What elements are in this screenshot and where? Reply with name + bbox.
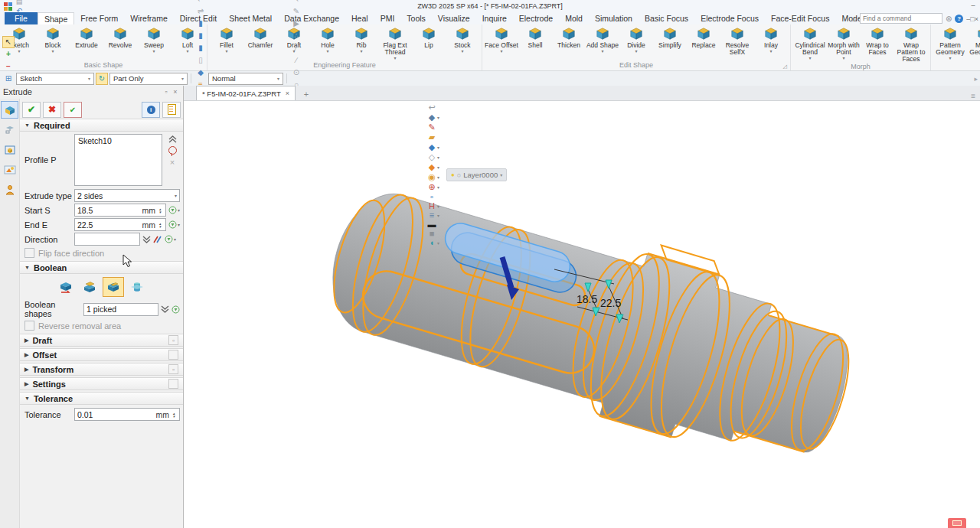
view-tool-icon[interactable]: ⊕ ▾ — [427, 182, 439, 192]
ribbon-tool-button[interactable]: Wrap to Faces — [861, 26, 894, 63]
tolerance-spinner[interactable]: ▴▾ — [171, 412, 177, 418]
boolean-expand-icon[interactable] — [161, 305, 169, 313]
start-s-spinner[interactable]: ▴▾ — [157, 207, 163, 213]
ribbon-tool-button[interactable]: Shell — [518, 26, 552, 56]
ribbon-tool-button[interactable]: Mirror Geometry ▾ — [967, 26, 980, 60]
app-logo-icon[interactable] — [3, 2, 12, 11]
ribbon-tool-button[interactable]: Chamfer — [243, 26, 277, 60]
dim-end-text[interactable]: 22.5 — [600, 297, 621, 309]
ribbon-tool-button[interactable]: Simplify — [653, 26, 687, 56]
view-tool-icon[interactable]: ▬ — [427, 220, 439, 229]
render-mode-combo[interactable]: Normal▾ — [208, 73, 283, 85]
ribbon-tool-button[interactable]: Flag Ext Thread ▾ — [378, 26, 412, 60]
ribbon-tool-button[interactable]: Lip — [412, 26, 446, 60]
rail-person-icon[interactable] — [1, 181, 18, 198]
menu-tab[interactable]: Tools — [400, 12, 432, 24]
shaft-silhouette[interactable] — [313, 168, 865, 481]
menu-tab[interactable]: Sheet Metal — [223, 12, 278, 24]
new-tab-button[interactable]: + — [299, 87, 314, 100]
menu-tab[interactable]: Visualize — [432, 12, 476, 24]
rail-query-icon[interactable] — [1, 121, 18, 139]
view-tool-icon[interactable]: ■ — [427, 229, 439, 238]
menu-tab[interactable]: PMI — [374, 12, 401, 24]
rail-box-icon[interactable] — [1, 141, 18, 158]
profile-listbox[interactable]: Sketch10 — [74, 134, 162, 186]
panel-close-icon[interactable]: × — [171, 88, 180, 96]
model-viewport[interactable]: 18.5 22.5 — [184, 86, 980, 528]
ribbon-tool-button[interactable]: Sweep ▾ — [137, 26, 171, 54]
home-icon[interactable]: ⌂ — [852, 15, 857, 23]
group-launcher-icon[interactable]: ◿ — [783, 64, 787, 70]
view-tool-icon[interactable]: ✎ — [427, 122, 439, 132]
boolean-add-button[interactable] — [79, 277, 100, 297]
ribbon-tool-button[interactable]: Hole ▾ — [311, 26, 345, 60]
menu-tab[interactable]: Shape — [38, 12, 74, 24]
section-option-box[interactable] — [168, 350, 178, 360]
ribbon-tool-button[interactable]: Block ▾ — [36, 26, 70, 54]
menu-tab[interactable]: Face-Edit Focus — [765, 12, 835, 24]
menu-tab[interactable]: Data Exchange — [278, 12, 345, 24]
boolean-shapes-input[interactable]: 1 picked — [83, 303, 158, 316]
rail-extrude-icon[interactable] — [1, 101, 18, 119]
extrude-type-select[interactable]: 2 sides▾ — [74, 189, 180, 202]
view-tool-icon[interactable]: ▫ — [427, 192, 439, 201]
view-tool-icon[interactable]: ◖ ▾ — [427, 238, 439, 247]
ok-button[interactable]: ✔ — [22, 102, 41, 118]
view-tool-icon[interactable]: ◉ ▾ — [427, 172, 439, 182]
ribbon-tool-button[interactable]: Inlay ▾ — [754, 26, 788, 56]
ribbon-tool-button[interactable]: Cylindrical Bend ▾ — [793, 26, 827, 63]
view-tool-icon[interactable]: ↩ — [427, 103, 439, 112]
settings-gear-icon[interactable]: ⊛ — [946, 15, 952, 23]
tab-list-icon[interactable]: ≡ — [971, 92, 975, 100]
menu-tab[interactable]: Mold — [559, 12, 589, 24]
ribbon-tool-button[interactable]: Fillet ▾ — [210, 26, 243, 60]
panel-minimize-icon[interactable]: ▫ — [162, 88, 171, 96]
document-tab[interactable]: * F5-IM-02-01FA.Z3PRT × — [196, 86, 296, 100]
flip-face-checkbox[interactable] — [24, 248, 34, 258]
collapsed-section-header[interactable]: ▶Transform ▫ — [20, 363, 183, 376]
menu-tab[interactable]: Wireframe — [124, 12, 173, 24]
layer-combo[interactable]: ● ○ Layer0000 ▾ — [446, 168, 507, 181]
menu-tab[interactable]: Electrode Focus — [694, 12, 765, 24]
view-tool-icon[interactable]: ◆ ▾ — [427, 162, 439, 172]
ribbon-tool-button[interactable]: Rib ▾ — [345, 26, 378, 60]
menu-tab[interactable]: Free Form — [74, 12, 124, 24]
rail-scene-icon[interactable] — [1, 161, 18, 178]
boolean-remove-button[interactable] — [103, 277, 124, 297]
collapsed-section-header[interactable]: ▶Offset — [20, 348, 183, 361]
view-tool-icon[interactable]: H ▾ — [427, 201, 439, 210]
section-option-box[interactable] — [168, 379, 178, 389]
info-button[interactable]: i — [142, 102, 160, 118]
start-s-input[interactable]: 18.5 mm ▴▾ — [74, 204, 166, 217]
direction-expand-icon[interactable] — [142, 236, 151, 243]
ribbon-tool-button[interactable]: Thicken — [552, 26, 586, 56]
collapsed-section-header[interactable]: ▶Settings — [20, 377, 183, 390]
entity-filter-combo[interactable]: Sketch▾ — [16, 73, 94, 85]
ribbon-tool-button[interactable]: Revolve — [103, 26, 137, 54]
ribbon-tool-button[interactable]: Replace — [687, 26, 720, 56]
clear-selection-icon[interactable]: × — [170, 158, 175, 167]
section-option-box[interactable]: ▫ — [168, 335, 178, 345]
dim-start-text[interactable]: 18.5 — [577, 293, 597, 305]
ribbon-tool-button[interactable]: Divide ▾ — [619, 26, 653, 56]
view-tool-icon[interactable]: ≡ ▾ — [427, 210, 439, 220]
ribbon-tool-button[interactable]: Resolve SelfX — [720, 26, 754, 56]
boolean-section-header[interactable]: ▼Boolean — [20, 261, 183, 274]
view-tool-icon[interactable]: ◆ ▾ — [427, 112, 439, 122]
start-pick-icon[interactable] — [168, 206, 177, 214]
toolbar-overflow-arrow[interactable]: ▸ — [974, 75, 978, 83]
ribbon-tool-button[interactable]: Face Offset ▾ — [485, 26, 518, 56]
menu-tab[interactable]: Electrode — [513, 12, 559, 24]
end-e-input[interactable]: 22.5 mm ▴▾ — [74, 218, 166, 231]
view-tool-icon[interactable]: ▰ — [427, 132, 439, 142]
reverse-removal-checkbox[interactable] — [24, 321, 34, 331]
tolerance-section-header[interactable]: ▼Tolerance — [20, 392, 183, 405]
ribbon-tool-button[interactable]: Pattern Geometry ▾ — [933, 26, 967, 60]
ribbon-tool-button[interactable]: Morph with Point ▾ — [827, 26, 861, 63]
graphics-area[interactable]: * F5-IM-02-01FA.Z3PRT × + ≡ ↩ ◆ ▾ ✎ ▰ — [184, 86, 980, 528]
ribbon-tool-button[interactable]: Stock ▾ — [446, 26, 479, 60]
auto-regen-icon[interactable]: ↻ — [96, 73, 108, 85]
menu-tab[interactable]: Heal — [345, 12, 374, 24]
direction-pick-icon[interactable] — [165, 235, 173, 243]
apply-button[interactable]: ✔ — [64, 102, 82, 118]
